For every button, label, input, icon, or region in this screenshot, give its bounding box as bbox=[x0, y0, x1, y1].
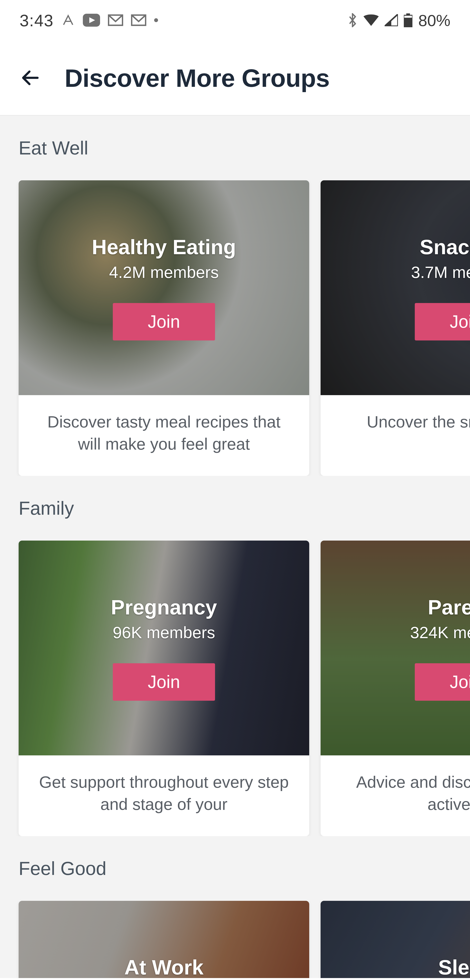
font-icon bbox=[61, 13, 75, 28]
group-title: Snacking bbox=[420, 235, 470, 259]
group-description: Advice and discussion staying active wit… bbox=[321, 756, 470, 836]
group-title: Sleep bbox=[438, 956, 470, 978]
battery-percent: 80% bbox=[418, 11, 450, 30]
group-card-sleep[interactable]: Sleep bbox=[321, 901, 470, 978]
group-card-snacking[interactable]: Snacking 3.7M members Join Uncover the s… bbox=[321, 180, 470, 476]
section-eat-well: Eat Well Healthy Eating 4.2M members Joi… bbox=[0, 116, 470, 476]
group-description: Get support throughout every step and st… bbox=[19, 756, 309, 836]
youtube-icon bbox=[83, 14, 100, 28]
group-row[interactable]: At Work Sleep bbox=[0, 901, 470, 978]
join-button[interactable]: Join bbox=[415, 303, 470, 340]
group-description: Discover tasty meal recipes that will ma… bbox=[19, 395, 309, 476]
svg-point-3 bbox=[154, 18, 158, 22]
system-nav-bar bbox=[0, 978, 470, 980]
group-card-healthy-eating[interactable]: Healthy Eating 4.2M members Join Discove… bbox=[19, 180, 309, 476]
section-title: Family bbox=[0, 498, 470, 541]
bluetooth-icon bbox=[348, 13, 357, 28]
group-hero: Parents 324K members Join bbox=[321, 541, 470, 756]
status-left: 3:43 bbox=[20, 11, 158, 30]
group-members: 4.2M members bbox=[109, 263, 219, 282]
content-scroll[interactable]: Eat Well Healthy Eating 4.2M members Joi… bbox=[0, 116, 470, 978]
group-card-parents[interactable]: Parents 324K members Join Advice and dis… bbox=[321, 541, 470, 836]
group-hero: Healthy Eating 4.2M members Join bbox=[19, 180, 309, 395]
section-family: Family Pregnancy 96K members Join Get su… bbox=[0, 476, 470, 836]
status-clock: 3:43 bbox=[20, 11, 54, 30]
group-hero: At Work bbox=[19, 901, 309, 978]
app-bar: Discover More Groups bbox=[0, 41, 470, 116]
group-title: Healthy Eating bbox=[92, 235, 236, 259]
dot-icon bbox=[154, 18, 158, 23]
group-members: 3.7M members bbox=[411, 263, 470, 282]
group-card-pregnancy[interactable]: Pregnancy 96K members Join Get support t… bbox=[19, 541, 309, 836]
group-title: Parents bbox=[428, 595, 470, 619]
status-bar: 3:43 bbox=[0, 0, 470, 41]
wifi-icon bbox=[364, 14, 379, 27]
status-right: 80% bbox=[348, 11, 450, 30]
page-title: Discover More Groups bbox=[65, 64, 330, 92]
cell-signal-icon bbox=[384, 14, 398, 27]
gmail-icon-2 bbox=[131, 14, 146, 27]
join-button[interactable]: Join bbox=[415, 663, 470, 701]
battery-icon bbox=[404, 13, 413, 28]
join-button[interactable]: Join bbox=[113, 663, 215, 701]
group-hero: Pregnancy 96K members Join bbox=[19, 541, 309, 756]
section-feel-good: Feel Good At Work Sleep bbox=[0, 836, 470, 978]
group-members: 324K members bbox=[410, 623, 470, 642]
section-title: Feel Good bbox=[0, 858, 470, 901]
group-hero: Sleep bbox=[321, 901, 470, 978]
gmail-icon bbox=[108, 14, 123, 27]
group-description: Uncover the snacks can be bbox=[321, 395, 470, 476]
back-arrow-icon[interactable] bbox=[20, 67, 41, 89]
group-title: Pregnancy bbox=[111, 595, 217, 619]
section-title: Eat Well bbox=[0, 137, 470, 180]
group-card-at-work[interactable]: At Work bbox=[19, 901, 309, 978]
group-row[interactable]: Healthy Eating 4.2M members Join Discove… bbox=[0, 180, 470, 476]
join-button[interactable]: Join bbox=[113, 303, 215, 340]
group-row[interactable]: Pregnancy 96K members Join Get support t… bbox=[0, 541, 470, 836]
group-title: At Work bbox=[124, 956, 203, 978]
group-members: 96K members bbox=[113, 623, 215, 642]
svg-rect-6 bbox=[404, 18, 413, 27]
group-hero: Snacking 3.7M members Join bbox=[321, 180, 470, 395]
